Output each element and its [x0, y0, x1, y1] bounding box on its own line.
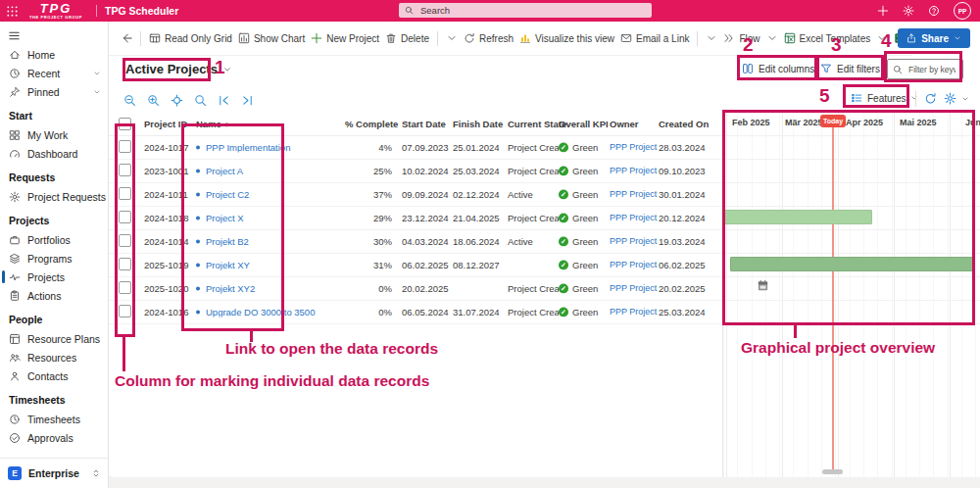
read-only-grid-button[interactable]: Read Only Grid	[149, 32, 232, 44]
delete-button[interactable]: Delete	[385, 32, 429, 44]
gantt-bar[interactable]	[723, 210, 872, 224]
row-checkbox[interactable]	[119, 234, 131, 247]
cell-owner[interactable]: PPP Project Ma	[610, 142, 658, 152]
row-checkbox[interactable]	[119, 187, 131, 200]
cell-name[interactable]: Project C2	[196, 189, 345, 200]
column-header-created_on[interactable]: Created On	[659, 119, 712, 129]
table-row[interactable]: 2024-1017PPP Implementation4%07.09.20232…	[108, 135, 722, 160]
cell-owner[interactable]: PPP Project Ma	[610, 189, 658, 199]
edit-columns-button[interactable]: Edit columns	[742, 63, 814, 74]
flow-button[interactable]: Flow	[723, 32, 760, 44]
first-page-icon[interactable]	[218, 94, 230, 107]
settings-gear-icon[interactable]	[903, 5, 914, 17]
column-header-finish_date[interactable]: Finish Date	[453, 119, 504, 129]
flow-chevron[interactable]	[766, 32, 778, 44]
table-row[interactable]: 2024-1018Project X29%23.12.202421.04.202…	[108, 206, 722, 230]
show-chart-button[interactable]: Show Chart	[238, 32, 305, 44]
column-header-current_state[interactable]: Current State	[508, 119, 559, 129]
sidebar-item-recent[interactable]: Recent	[0, 64, 108, 82]
visualize-view-button[interactable]: Visualize this view	[519, 32, 614, 44]
sidebar-item-projects[interactable]: Projects	[0, 268, 108, 286]
cell-name[interactable]: Project X	[196, 213, 345, 223]
excel-templates-chevron[interactable]	[876, 32, 888, 44]
sidebar-item-pinned[interactable]: Pinned	[0, 82, 108, 101]
refresh-button[interactable]: Refresh	[464, 32, 514, 44]
cell-name[interactable]: Projekt XY	[196, 260, 345, 270]
edit-filters-button[interactable]: Edit filters	[820, 63, 880, 74]
back-button[interactable]	[121, 32, 132, 44]
row-checkbox[interactable]	[119, 305, 131, 317]
gantt-bar[interactable]	[730, 257, 975, 271]
new-project-button[interactable]: New Project	[311, 32, 379, 44]
record-link[interactable]: Project C2	[206, 189, 249, 200]
cell-name[interactable]: Project A	[196, 166, 345, 176]
avatar[interactable]: PP	[954, 2, 971, 20]
cell-owner[interactable]: PPP Project Ma	[610, 283, 658, 293]
view-selector[interactable]: Active Projects	[125, 62, 232, 76]
cell-name[interactable]: Projekt B2	[196, 236, 345, 247]
record-link[interactable]: Project A	[206, 166, 243, 176]
gantt-refresh-button[interactable]	[924, 92, 937, 105]
sidebar-item-resources[interactable]: Resources	[0, 348, 108, 366]
cell-name[interactable]: Projekt XY2	[196, 283, 345, 294]
sidebar-item-approvals[interactable]: Approvals	[0, 428, 108, 447]
sidebar-item-portfolios[interactable]: Portfolios	[0, 230, 108, 249]
last-page-icon[interactable]	[241, 94, 254, 107]
filter-keyword-box[interactable]	[887, 59, 963, 79]
add-icon[interactable]	[877, 5, 889, 17]
sidebar-item-contacts[interactable]: Contacts	[0, 366, 108, 385]
excel-templates-button[interactable]: Excel Templates	[784, 32, 871, 44]
column-header-owner[interactable]: Owner	[610, 119, 658, 129]
features-dropdown[interactable]: Features	[851, 92, 918, 104]
filter-keyword-input[interactable]	[906, 64, 957, 75]
cell-owner[interactable]: PPP Project Ma	[610, 213, 658, 222]
sidebar-item-my-work[interactable]: My Work	[0, 125, 108, 144]
environment-switcher[interactable]: E Enterprise	[0, 458, 108, 488]
share-button[interactable]: Share	[898, 28, 970, 48]
email-link-button[interactable]: Email a Link	[620, 32, 689, 44]
hamburger-menu-icon[interactable]	[8, 29, 108, 42]
zoom-in-icon[interactable]	[147, 94, 160, 107]
zoom-out-icon[interactable]	[123, 94, 136, 107]
row-checkbox[interactable]	[119, 258, 131, 270]
email-link-chevron[interactable]	[706, 32, 717, 44]
column-header-name[interactable]: Name↑	[196, 119, 345, 129]
fit-view-icon[interactable]	[171, 94, 183, 107]
record-link[interactable]: Project X	[206, 213, 244, 223]
cell-owner[interactable]: PPP Project Ma	[610, 236, 658, 246]
table-row[interactable]: 2025-1020Projekt XY20%20.02.2025Project …	[108, 276, 722, 301]
record-link[interactable]: Upgrade DO 3000 to 3500	[206, 307, 315, 317]
cell-name[interactable]: Upgrade DO 3000 to 3500	[196, 307, 345, 317]
search-icon[interactable]	[194, 94, 207, 107]
column-header-project_id[interactable]: Project ID	[144, 119, 195, 129]
table-row[interactable]: 2024-1014Projekt B230%04.03.202418.06.20…	[108, 229, 722, 254]
more-commands-chevron[interactable]	[446, 32, 458, 44]
sidebar-item-project-requests[interactable]: Project Requests	[0, 187, 108, 206]
app-launcher-waffle-icon[interactable]	[0, 5, 24, 18]
column-header-start_date[interactable]: Start Date	[402, 119, 451, 129]
help-icon[interactable]	[928, 5, 940, 17]
sidebar-item-programs[interactable]: Programs	[0, 249, 108, 268]
row-checkbox[interactable]	[119, 211, 131, 223]
sidebar-item-resource-plans[interactable]: Resource Plans	[0, 329, 108, 348]
row-checkbox[interactable]	[119, 164, 131, 176]
column-header-overall_kpi[interactable]: Overall KPI	[559, 119, 610, 129]
record-link[interactable]: PPP Implementation	[206, 142, 290, 153]
select-all-checkbox[interactable]	[119, 118, 131, 130]
record-link[interactable]: Projekt XY	[206, 260, 250, 270]
global-search-box[interactable]	[399, 3, 652, 18]
table-row[interactable]: 2024-1016Upgrade DO 3000 to 35000%06.05.…	[108, 300, 722, 324]
global-search-input[interactable]	[418, 4, 646, 17]
column-header-percent_complete[interactable]: % Complete	[345, 119, 392, 129]
sidebar-item-timesheets[interactable]: Timesheets	[0, 410, 108, 428]
table-row[interactable]: 2023-1001Project A25%10.02.202425.03.202…	[108, 159, 722, 183]
cell-owner[interactable]: PPP Project Ma	[610, 260, 658, 269]
row-checkbox[interactable]	[119, 281, 131, 294]
row-checkbox[interactable]	[119, 140, 131, 153]
cell-name[interactable]: PPP Implementation	[196, 142, 345, 153]
sidebar-item-dashboard[interactable]: Dashboard	[0, 144, 108, 163]
table-row[interactable]: 2024-1011Project C237%09.09.202402.12.20…	[108, 182, 722, 207]
cell-owner[interactable]: PPP Project Ma	[610, 307, 658, 317]
sidebar-item-actions[interactable]: Actions	[0, 286, 108, 305]
record-link[interactable]: Projekt B2	[206, 236, 249, 247]
